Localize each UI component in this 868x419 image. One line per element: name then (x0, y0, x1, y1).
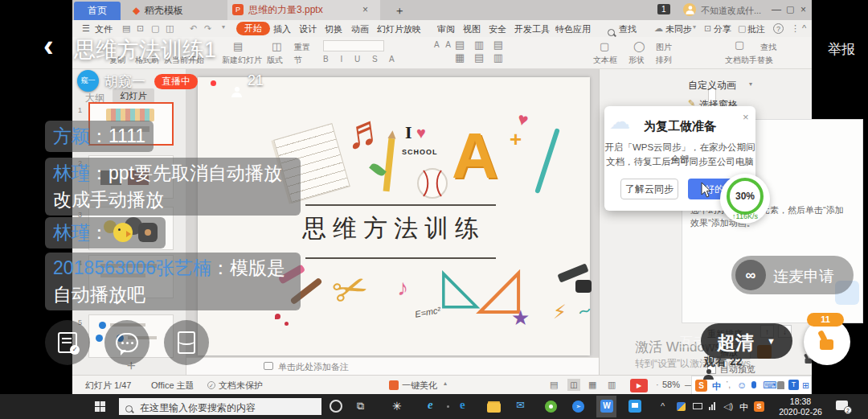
ime-chinese-icon[interactable]: 中 (712, 380, 721, 392)
ribbon-section[interactable]: 节 (294, 55, 302, 66)
ribbon-assistant[interactable]: 文档助手 (725, 55, 757, 66)
mail-icon[interactable]: ✉ (516, 399, 525, 411)
align-buttons[interactable]: ▦ ▤ ▥ (455, 51, 506, 64)
ribbon-arrange[interactable]: 排列 (656, 55, 672, 66)
ribbon-reset[interactable]: 重置 (294, 42, 310, 53)
menu-tab-review[interactable]: 审阅 (437, 23, 455, 35)
ribbon-textbox[interactable]: 文本框 (593, 55, 617, 66)
account-avatar[interactable] (683, 3, 696, 16)
view-reading-icon[interactable]: ▥ (608, 380, 616, 390)
protect-label[interactable]: 文档未保护 (219, 380, 263, 392)
print-icon[interactable]: ▢ (151, 23, 159, 34)
beautify-caret-icon[interactable]: ▴ (444, 380, 447, 387)
redpacket-fab-button[interactable] (164, 320, 209, 365)
tray-wifi-icon[interactable] (709, 402, 715, 410)
ime-mic-icon[interactable] (751, 381, 756, 388)
net-speed-indicator[interactable]: 30% ↑116K/s (720, 174, 770, 224)
notes-placeholder[interactable]: 单击此处添加备注 (278, 361, 349, 373)
tray-date[interactable]: 2020-02-26 (776, 407, 825, 417)
redo-icon[interactable]: ↷ (204, 23, 211, 34)
menu-tab-insert[interactable]: 插入 (273, 23, 291, 35)
taskbar-search-box[interactable]: 在这里输入你要搜索的内容 (119, 398, 321, 415)
quality-selector-button[interactable]: 超清 ▼ (701, 323, 792, 359)
back-icon[interactable]: ‹ (43, 29, 54, 64)
file-explorer-icon[interactable] (487, 403, 501, 413)
edge-icon[interactable]: e (460, 398, 465, 412)
tray-time[interactable]: 18:38 (776, 396, 825, 406)
browser-app-icon[interactable]: ➣ (572, 401, 584, 413)
ime-keyboard-icon[interactable]: ⌨ (763, 380, 776, 391)
ribbon-new-slide[interactable]: 新建幻灯片 (222, 55, 262, 66)
view-notes-icon[interactable]: ▤ (550, 380, 558, 390)
menu-tab-devtools[interactable]: 开发工具 (514, 23, 550, 35)
sogou-logo-icon[interactable]: S (695, 380, 707, 392)
layout-icon[interactable]: ◫ (272, 40, 281, 52)
streamer-avatar[interactable]: 窥一 (77, 70, 99, 92)
help-icon[interactable]: ? (773, 23, 784, 34)
maximize-icon[interactable]: ▢ (786, 4, 794, 14)
preview-icon[interactable]: ◫ (166, 23, 174, 34)
menu-sync[interactable]: 未同步 (665, 23, 692, 35)
menu-tab-animation[interactable]: 动画 (351, 23, 369, 35)
report-button[interactable]: 举报 (828, 40, 855, 59)
ime-hand-icon[interactable] (777, 381, 784, 389)
learn-cloud-sync-button[interactable]: 了解云同步 (620, 179, 678, 199)
textbox-icon[interactable]: ▢ (600, 40, 609, 52)
ribbon-find[interactable]: 查找 (760, 42, 776, 53)
font-name-box[interactable] (323, 40, 384, 51)
menu-file[interactable]: 文件 (95, 23, 113, 35)
start-button[interactable] (95, 401, 105, 412)
list-buttons[interactable]: ▤ ▥ ▤ (455, 39, 506, 51)
menu-comment[interactable]: 批注 (747, 23, 765, 35)
menu-tab-transition[interactable]: 切换 (325, 23, 342, 35)
more-icon[interactable]: ⋮ (791, 23, 800, 34)
close-window-icon[interactable]: × (800, 4, 806, 15)
tray-display-icon[interactable] (693, 403, 702, 409)
assistant-icon[interactable]: ▢ (735, 39, 744, 51)
tray-ime-icon[interactable]: 中 (739, 401, 748, 413)
menu-tab-design[interactable]: 设计 (299, 23, 317, 35)
tray-sogou-icon[interactable]: S (754, 401, 764, 412)
tab-docer[interactable]: 稻壳模板 (145, 2, 183, 20)
tray-volume-icon[interactable]: ◁) (723, 401, 733, 412)
theme-label[interactable]: Office 主题 (151, 380, 194, 392)
minimize-icon[interactable]: — (772, 4, 781, 15)
tab-home[interactable]: 首页 (74, 2, 121, 20)
green-app-icon[interactable] (545, 401, 557, 413)
ribbon-replace[interactable]: 替换 (757, 55, 773, 66)
ime-emoji-icon[interactable]: ☺ (737, 380, 747, 391)
pinwheel-app-icon[interactable]: ✳ (392, 400, 402, 413)
sync-caret-icon[interactable]: ▾ (693, 23, 696, 31)
account-name[interactable]: 不知道改成什... (701, 5, 761, 17)
menu-share[interactable]: 分享 (714, 23, 731, 35)
tray-security-icon[interactable] (677, 402, 686, 411)
shape-icon[interactable]: ◯ (633, 40, 645, 52)
ribbon-picture[interactable]: 图片 (656, 42, 672, 53)
message-count-badge[interactable]: 1 (657, 4, 670, 14)
dropdown-icon[interactable]: ▾ (222, 23, 225, 31)
menu-tab-start[interactable]: 开始 (236, 22, 270, 35)
collapse-ribbon-icon[interactable]: ^ (802, 23, 806, 33)
mic-request-button[interactable]: ∞ 连麦申请 (731, 256, 854, 294)
zoom-level[interactable]: 58% (662, 380, 680, 389)
ribbon-shape[interactable]: 形状 (628, 55, 645, 66)
font-size-buttons[interactable]: A A (434, 40, 453, 49)
new-slide-icon[interactable]: ▤ (233, 40, 243, 52)
undo-icon[interactable]: ↶ (190, 23, 197, 34)
menu-tab-view[interactable]: 视图 (463, 23, 481, 35)
tab-document[interactable]: P 思维的力量3.pptx × (227, 0, 380, 20)
new-tab-button[interactable]: ＋ (394, 2, 405, 20)
ribbon-font-style-buttons[interactable]: B I U S A (323, 55, 399, 64)
save-icon[interactable]: ▤ (122, 23, 130, 34)
output-icon[interactable]: ⊡ (137, 23, 144, 34)
ie-icon[interactable]: e (428, 398, 433, 412)
capture-app-icon[interactable] (628, 400, 641, 413)
task-view-icon[interactable]: ⧉ (357, 400, 364, 413)
signin-fab-button[interactable]: ✓ (45, 320, 90, 365)
tab-close-icon[interactable]: × (362, 0, 368, 20)
menu-icon[interactable]: ☰ (82, 23, 90, 34)
slide-canvas[interactable]: ♬ I ♥ SCHOOL A + ♥ 思维方法训练 (198, 77, 590, 355)
slideshow-play-button[interactable]: ▶ (630, 379, 648, 392)
panel-title-caret-icon[interactable]: ▾ (749, 80, 752, 88)
ime-skin-icon[interactable]: T (788, 380, 799, 390)
